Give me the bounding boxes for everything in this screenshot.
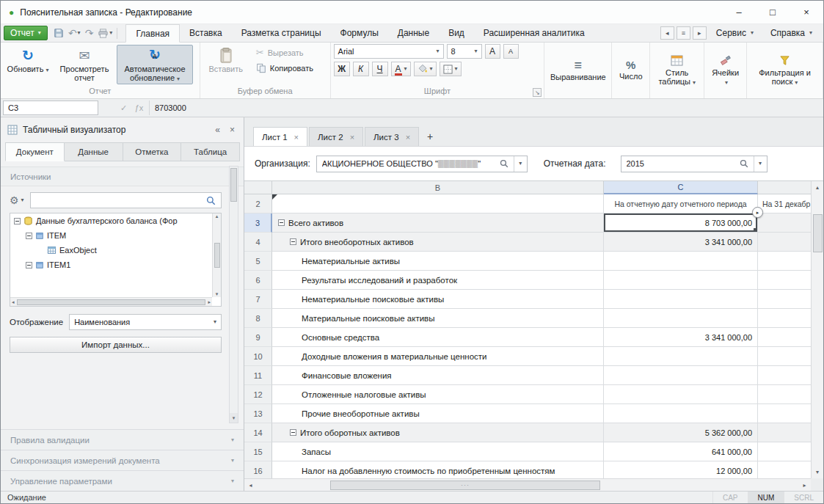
grid-cell[interactable] — [758, 461, 811, 478]
paste-button[interactable]: Вставить — [203, 45, 249, 76]
row-number[interactable]: 13 — [244, 404, 272, 423]
minimize-button[interactable]: – — [722, 1, 756, 23]
scrollbar-thumb[interactable] — [17, 299, 206, 305]
tree-vertical-scrollbar[interactable]: ▴ ▾ — [212, 213, 221, 297]
row-number[interactable]: 15 — [244, 442, 272, 461]
grid-cell[interactable] — [758, 271, 811, 290]
grid-cell[interactable] — [272, 194, 604, 213]
panel-tab-document[interactable]: Документ — [5, 142, 65, 161]
fill-color-button[interactable]: ▾ — [414, 62, 437, 76]
ribbon-tab-advanced-analytics[interactable]: Расширенная аналитика — [474, 24, 594, 42]
italic-button[interactable]: К — [353, 62, 369, 76]
grid-cell[interactable] — [604, 309, 758, 328]
grid-corner[interactable] — [244, 181, 272, 194]
scroll-down-icon[interactable]: ▾ — [812, 466, 824, 478]
row-number[interactable]: 12 — [244, 385, 272, 404]
scroll-left-icon[interactable]: ◂ — [244, 479, 257, 492]
bold-button[interactable]: Ж — [334, 62, 350, 76]
grid-cell[interactable]: Всего активов — [272, 213, 604, 233]
grid-cell[interactable]: Финансовые вложения — [272, 366, 604, 385]
grid-cell[interactable] — [758, 328, 811, 347]
collapse-minus-icon[interactable] — [278, 219, 285, 226]
tree-item-item[interactable]: ITEM — [10, 228, 221, 243]
report-date-combo[interactable]: 2015 ▾ — [621, 156, 768, 172]
grid-cell[interactable]: Нематериальные активы — [272, 252, 604, 271]
grid-cell[interactable] — [604, 385, 758, 404]
preview-report-button[interactable]: ✉ Просмотреть отчет — [52, 45, 117, 84]
undo-button[interactable]: ↶ ▾ — [66, 26, 83, 41]
grid-cell[interactable] — [758, 347, 811, 366]
grid-cell[interactable]: Нематериальные поисковые активы — [272, 290, 604, 309]
grid-cell[interactable]: 641 000,00 — [604, 442, 758, 461]
increase-font-button[interactable]: A — [485, 44, 500, 59]
collapse-minus-icon[interactable] — [26, 262, 32, 269]
grid-cell[interactable] — [758, 309, 811, 328]
ribbon-tab-page-layout[interactable]: Разметка страницы — [232, 24, 331, 42]
row-number[interactable]: 16 — [244, 461, 272, 478]
tree-item-eaxobject[interactable]: EaxObject — [10, 243, 221, 258]
row-number[interactable]: 2 — [244, 194, 272, 213]
borders-button[interactable]: ▾ — [440, 62, 462, 76]
insert-function-button[interactable]: ƒx — [133, 103, 145, 112]
grid-cell[interactable] — [604, 252, 758, 271]
import-data-button[interactable]: Импорт данных... — [10, 337, 222, 353]
vertical-scrollbar[interactable]: ▴ ▾ — [811, 181, 823, 478]
ribbon-scroll-left-button[interactable]: ◂ — [660, 26, 674, 40]
row-number[interactable]: 9 — [244, 328, 272, 347]
grid-cell[interactable] — [604, 347, 758, 366]
grid-cell[interactable]: 12 000,00 — [604, 461, 758, 478]
scroll-right-icon[interactable]: ▸ — [208, 299, 211, 305]
scrollbar-thumb[interactable]: ··· — [330, 481, 600, 490]
sheet-tab-close-icon[interactable]: × — [406, 133, 410, 142]
filter-search-button[interactable]: Фильтрация и поиск▾ — [747, 43, 823, 98]
section-dimension-sync[interactable]: Синхронизация измерений документа ▾ — [1, 450, 244, 470]
row-number[interactable]: 8 — [244, 309, 272, 328]
scroll-up-icon[interactable]: ▴ — [216, 213, 219, 219]
sources-settings-button[interactable]: ⚙ ▾ — [10, 194, 24, 206]
grid-cell[interactable] — [758, 252, 811, 271]
font-dialog-launcher[interactable]: ↘ — [533, 88, 542, 97]
grid-cell[interactable] — [758, 233, 811, 252]
table-style-button[interactable]: Стиль таблицы▾ — [650, 43, 704, 98]
grid-cell[interactable]: Прочие внеоборотные активы — [272, 404, 604, 423]
scroll-left-icon[interactable]: ◂ — [12, 299, 15, 305]
grid-cell[interactable]: На 31 декабр — [758, 194, 811, 213]
grid-cell[interactable] — [604, 366, 758, 385]
tree-item-item1[interactable]: ITEM1 — [10, 258, 221, 272]
copy-button[interactable]: Копировать — [252, 60, 318, 76]
grid-cell[interactable] — [604, 404, 758, 423]
grid-cell[interactable]: Налог на добавленную стоимость по приобр… — [272, 461, 604, 478]
sheet-tab-3[interactable]: Лист 3 × — [365, 127, 419, 146]
add-sheet-button[interactable]: + — [420, 127, 440, 146]
help-menu[interactable]: Справка ▾ — [763, 26, 820, 40]
sheet-tab-close-icon[interactable]: × — [350, 133, 354, 142]
grid-cell[interactable] — [758, 213, 811, 233]
font-size-combo[interactable]: 8 ▾ — [447, 44, 482, 59]
dropdown-caret-icon[interactable]: ▾ — [514, 156, 527, 172]
grid-cell[interactable] — [758, 366, 811, 385]
underline-button[interactable]: Ч — [372, 62, 388, 76]
ribbon-tab-formulas[interactable]: Формулы — [331, 24, 388, 42]
sheet-tab-close-icon[interactable]: × — [294, 133, 299, 142]
row-number[interactable]: 6 — [244, 271, 272, 290]
column-header-b[interactable]: B — [272, 181, 604, 194]
sources-section-header[interactable]: Источники ▴ — [1, 167, 244, 186]
row-number[interactable]: 4 — [244, 233, 272, 252]
grid-cell[interactable]: Итого оборотных активов — [272, 423, 604, 442]
grid-cell[interactable] — [604, 290, 758, 309]
horizontal-scrollbar[interactable]: ◂ ··· ▸ — [244, 478, 811, 491]
grid-cell[interactable]: Доходные вложения в материальные ценност… — [272, 347, 604, 366]
maximize-button[interactable]: □ — [756, 1, 790, 23]
dropdown-caret-icon[interactable]: ▾ — [754, 156, 767, 172]
panel-tab-table[interactable]: Таблица — [181, 142, 240, 161]
auto-update-button[interactable]: ↻A Автоматическое обновление▾ — [117, 45, 193, 84]
panel-tab-mark[interactable]: Отметка — [123, 142, 182, 161]
cut-button[interactable]: ✂ Вырезать — [252, 45, 318, 60]
sheet-tab-2[interactable]: Лист 2 × — [309, 127, 363, 146]
panel-collapse-icon[interactable]: « — [213, 125, 222, 135]
font-color-button[interactable]: А ▾ — [391, 62, 411, 76]
grid-cell[interactable] — [758, 290, 811, 309]
print-button[interactable]: ▾ — [95, 26, 114, 41]
grid-cell[interactable]: 5 362 000,00 — [604, 423, 758, 442]
sheet-tab-1[interactable]: Лист 1 × — [253, 127, 307, 146]
